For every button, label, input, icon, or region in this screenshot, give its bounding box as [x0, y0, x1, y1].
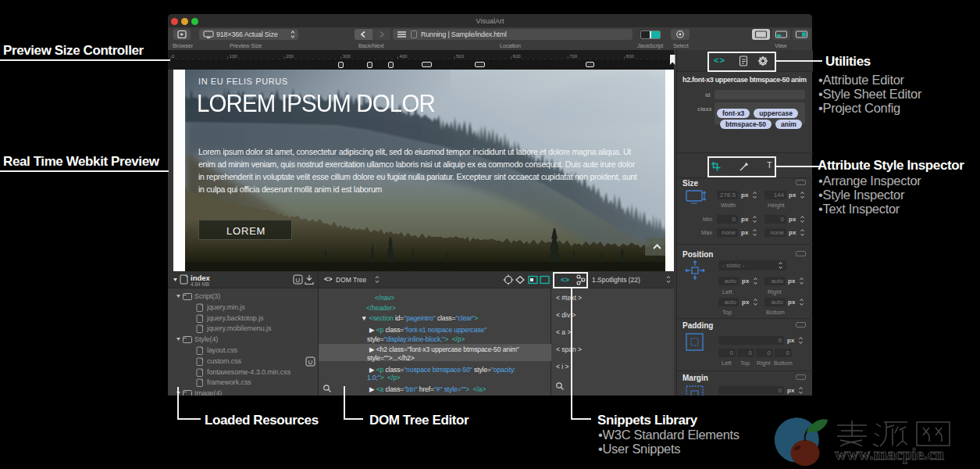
svg-text:300: 300	[343, 54, 351, 59]
svg-text:500: 500	[456, 54, 465, 59]
svg-text:www.macpie.cn: www.macpie.cn	[835, 445, 944, 464]
svg-text:700: 700	[569, 54, 578, 59]
svg-text:U: U	[296, 277, 301, 284]
svg-text:400: 400	[399, 54, 408, 59]
svg-text:200: 200	[286, 54, 294, 59]
svg-text:100: 100	[230, 54, 238, 59]
svg-text:600: 600	[513, 54, 522, 59]
svg-text:0: 0	[172, 54, 175, 59]
svg-text:800: 800	[626, 54, 635, 59]
svg-text:U: U	[308, 359, 313, 366]
